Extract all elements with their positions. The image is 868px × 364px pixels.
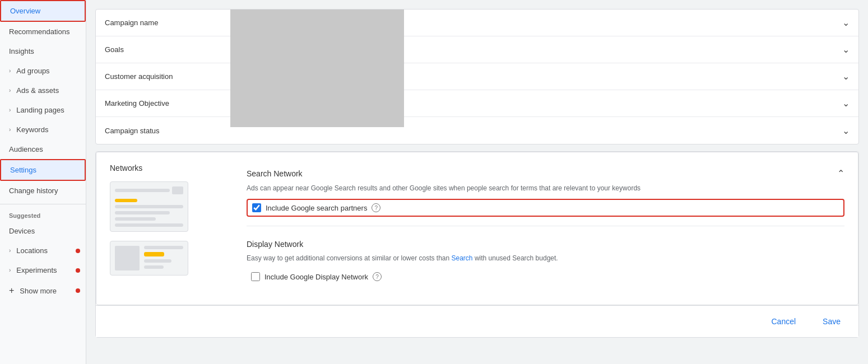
sidebar-item-audiences[interactable]: Audiences — [0, 139, 86, 159]
blurred-overlay — [230, 10, 404, 127]
sidebar-show-more[interactable]: + Show more — [0, 280, 86, 301]
sidebar-item-label: Experiments — [16, 266, 57, 274]
campaign-name-label: Campaign name — [105, 18, 228, 27]
sidebar-item-landing-pages[interactable]: › Landing pages — [0, 100, 86, 120]
sidebar-item-change-history[interactable]: Change history — [0, 181, 86, 200]
sidebar-item-label: Ad groups — [16, 67, 49, 75]
display-network-checkbox[interactable] — [251, 272, 260, 281]
sidebar-item-label: Keywords — [16, 125, 48, 134]
sidebar-item-insights[interactable]: Insights — [0, 41, 86, 61]
sidebar-item-recommendations[interactable]: Recommendations — [0, 22, 86, 41]
search-network-title: Search Network — [247, 169, 303, 178]
save-button[interactable]: Save — [814, 312, 850, 330]
sidebar-item-label: Overview — [10, 7, 40, 15]
sidebar-item-label: Settings — [10, 166, 36, 174]
dot-indicator — [76, 288, 80, 293]
campaign-status-label: Campaign status — [105, 127, 228, 135]
chevron-down-icon[interactable]: ⌄ — [842, 17, 850, 28]
campaign-settings-card: Campaign name ⌄ Goals ⌄ Customer acquisi… — [95, 9, 859, 144]
networks-right: Search Network ⌃ Ads can appear near Goo… — [247, 164, 844, 293]
search-partners-checkbox[interactable] — [252, 203, 261, 212]
sidebar-item-ads-assets[interactable]: › Ads & assets — [0, 81, 86, 100]
networks-label: Networks — [110, 164, 233, 172]
search-network-desc: Ads can appear near Google Search result… — [247, 183, 844, 193]
help-icon[interactable]: ? — [372, 203, 380, 212]
dot-indicator — [76, 249, 80, 253]
search-link[interactable]: Search — [452, 254, 473, 262]
goals-row[interactable]: Goals ⌄ — [96, 36, 858, 63]
show-more-label: Show more — [20, 287, 57, 295]
search-partners-checkbox-row: Include Google search partners ? — [247, 199, 844, 217]
chevron-down-icon[interactable]: ⌄ — [842, 44, 850, 55]
chevron-down-icon[interactable]: ⌄ — [842, 98, 850, 109]
collapse-icon[interactable]: ⌃ — [837, 168, 844, 179]
marketing-objective-row[interactable]: Marketing Objective ⌄ — [96, 90, 858, 117]
chevron-icon: › — [9, 248, 11, 254]
chevron-down-icon[interactable]: ⌄ — [842, 125, 850, 136]
sidebar-item-experiments[interactable]: › Experiments — [0, 260, 86, 280]
display-network-preview — [110, 241, 188, 276]
sidebar-item-label: Locations — [16, 246, 48, 255]
search-network-preview — [110, 181, 188, 232]
main-content: Campaign name ⌄ Goals ⌄ Customer acquisi… — [86, 0, 868, 364]
sidebar-divider — [0, 204, 86, 204]
sidebar-item-label: Insights — [9, 47, 34, 55]
chevron-icon: › — [9, 87, 11, 94]
plus-icon: + — [9, 286, 14, 296]
display-network-section: Display Network Easy way to get addition… — [247, 235, 844, 293]
marketing-objective-label: Marketing Objective — [105, 99, 228, 108]
display-network-label: Include Google Display Network — [264, 273, 368, 281]
sidebar-item-settings[interactable]: Settings — [0, 159, 86, 181]
display-network-checkbox-row: Include Google Display Network ? — [247, 269, 844, 284]
networks-left: Networks — [110, 164, 233, 293]
campaign-name-row[interactable]: Campaign name ⌄ — [96, 10, 858, 36]
sidebar-item-label: Audiences — [9, 145, 43, 153]
display-network-title: Display Network — [247, 240, 303, 249]
chevron-icon: › — [9, 267, 11, 273]
campaign-status-row[interactable]: Campaign status ⌄ — [96, 117, 858, 144]
chevron-icon: › — [9, 127, 11, 133]
chevron-down-icon[interactable]: ⌄ — [842, 71, 850, 82]
sidebar-item-locations[interactable]: › Locations — [0, 241, 86, 260]
sidebar-item-label: Change history — [9, 186, 58, 195]
customer-acquisition-label: Customer acquisition — [105, 72, 228, 81]
sidebar-item-overview[interactable]: Overview — [0, 0, 86, 22]
networks-card: Networks — [95, 151, 859, 338]
search-network-header: Search Network ⌃ — [247, 168, 844, 179]
goals-label: Goals — [105, 45, 228, 54]
sidebar-item-label: Devices — [9, 227, 35, 235]
dot-indicator — [76, 268, 80, 273]
sidebar-item-ad-groups[interactable]: › Ad groups — [0, 61, 86, 81]
card-footer: Cancel Save — [96, 305, 858, 337]
customer-acquisition-row[interactable]: Customer acquisition ⌄ — [96, 63, 858, 90]
sidebar-item-keywords[interactable]: › Keywords — [0, 120, 86, 139]
chevron-icon: › — [9, 107, 11, 113]
sidebar: Overview Recommendations Insights › Ad g… — [0, 0, 86, 364]
help-icon[interactable]: ? — [373, 272, 382, 281]
networks-content: Networks — [96, 152, 858, 305]
display-network-header: Display Network — [247, 240, 844, 249]
search-network-section: Search Network ⌃ Ads can appear near Goo… — [247, 164, 844, 226]
display-network-desc: Easy way to get additional conversions a… — [247, 253, 844, 263]
sidebar-item-label: Landing pages — [16, 106, 64, 114]
sidebar-item-devices[interactable]: Devices — [0, 221, 86, 241]
search-partners-label: Include Google search partners — [266, 204, 367, 212]
cancel-button[interactable]: Cancel — [762, 312, 805, 330]
suggested-section-label: Suggested — [0, 208, 86, 221]
sidebar-item-label: Ads & assets — [16, 86, 59, 95]
sidebar-item-label: Recommendations — [9, 27, 69, 36]
chevron-icon: › — [9, 68, 11, 74]
